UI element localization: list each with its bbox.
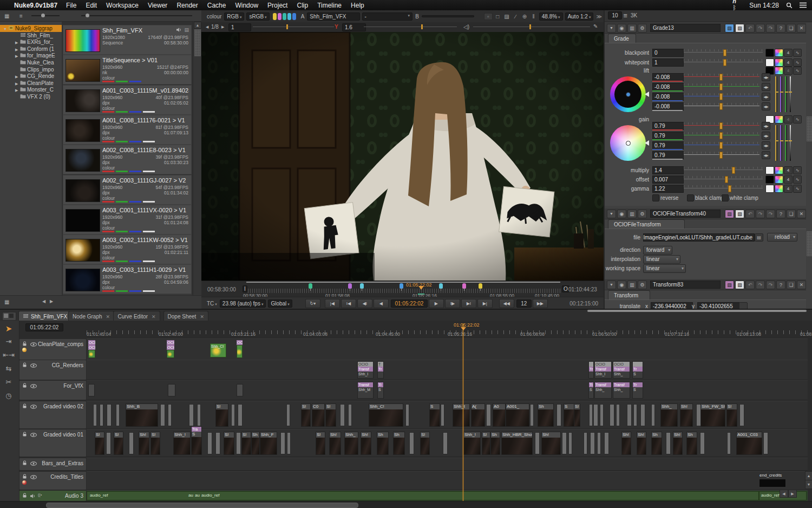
whitepoint-curve-icon[interactable]: ∿: [793, 58, 802, 67]
timeline-scroll-down-icon[interactable]: ▼: [805, 480, 812, 489]
transform-maximize-b-icon[interactable]: ▨: [735, 281, 744, 289]
properties-count-input[interactable]: 10: [608, 11, 622, 19]
timeline-clip-sliver[interactable]: [116, 404, 120, 426]
notification-center-icon[interactable]: [800, 2, 807, 8]
bin-clip-7[interactable]: A003_C002_1111KW-0052 > V11920x960dpxcol…: [63, 235, 192, 264]
transform-tab[interactable]: Transform: [608, 290, 650, 300]
timeline-shot-clip[interactable]: Shh_!: [463, 432, 481, 455]
timeline-clip-sliver[interactable]: [129, 432, 134, 454]
checkerboard-icon[interactable]: ▨: [503, 14, 511, 19]
timeline-ruler[interactable]: [87, 330, 808, 334]
timeline-clip-sliver[interactable]: [409, 432, 414, 454]
comp-clip-body[interactable]: [88, 350, 95, 358]
timeline-comp-clip[interactable]: Shh_Cl: [210, 343, 226, 357]
grade-help-icon[interactable]: ?: [776, 24, 785, 32]
transform-redo-icon[interactable]: ↷: [756, 281, 765, 289]
bin-scrollbar[interactable]: ▲: [193, 22, 201, 295]
more-tools-icon[interactable]: ≫: [595, 14, 603, 19]
comp-clip-body[interactable]: [167, 350, 174, 358]
multiply-input[interactable]: 1.4: [652, 166, 684, 174]
timeline-shot-clip[interactable]: Sh!: [680, 403, 693, 427]
prev-frame-button[interactable]: ◀I: [357, 299, 372, 308]
gamma-four-button[interactable]: 4: [784, 185, 793, 193]
timeline-shot-clip[interactable]: TraS: [191, 426, 202, 455]
timeline-clip-sliver[interactable]: [700, 432, 705, 454]
ocio-file-input[interactable]: srvin/for_ImageEngine/LookLUT/Shhh_grade…: [643, 233, 755, 242]
timeline-clip-sliver[interactable]: [590, 432, 595, 454]
play-forward-button[interactable]: ▶: [429, 299, 444, 308]
tree-expander-icon[interactable]: ▼: [3, 25, 8, 32]
track-header-cleanplate-comps[interactable]: CleanPlate_comps: [19, 338, 87, 360]
timeline-fx-clip[interactable]: TransfShh_M: [357, 382, 374, 399]
play-backward-button[interactable]: ◀: [374, 299, 389, 308]
timeline-clip-sliver[interactable]: [600, 404, 604, 426]
shot-marker-5[interactable]: [462, 283, 466, 289]
timeline-clip-sliver[interactable]: [584, 432, 587, 454]
menu-help[interactable]: Help: [351, 2, 364, 9]
goto-end-button[interactable]: ▶|: [477, 299, 493, 308]
grade-node-icon[interactable]: ▥: [627, 24, 637, 32]
shot-marker-6[interactable]: [479, 283, 482, 289]
timeline-clip-sliver[interactable]: [441, 404, 444, 426]
lift-value-3[interactable]: -0.008: [652, 102, 684, 110]
track-lock-icon[interactable]: [22, 383, 27, 389]
grade-collapse-icon[interactable]: ▼: [607, 24, 616, 32]
timeline-clip-sliver[interactable]: [93, 404, 97, 426]
check-white-clamp[interactable]: [722, 194, 729, 201]
blackpoint-swatch[interactable]: [765, 49, 774, 57]
app-menu-title[interactable]: Nuke9.0v1b87: [14, 2, 57, 9]
wipe-tool-icon[interactable]: ∕: [512, 14, 520, 19]
gain-slider-2[interactable]: [684, 142, 759, 148]
soft-effects-tool[interactable]: ◷: [2, 392, 15, 402]
whitepoint-wheel-icon[interactable]: [775, 58, 783, 67]
comp-clip-body[interactable]: [237, 345, 243, 358]
track-lock-icon[interactable]: [22, 341, 27, 348]
next-edit-button[interactable]: ▶I: [461, 299, 476, 308]
scrub-playhead-marker[interactable]: [418, 286, 424, 290]
roi-icon[interactable]: ⊕: [521, 14, 529, 19]
timeline-shot-clip[interactable]: Shh_HBR_Sho!: [501, 432, 533, 455]
menubar-clock[interactable]: Sun 14:28: [749, 2, 779, 9]
timeline-clip-sliver[interactable]: [666, 432, 671, 454]
whitepoint-slider-handle[interactable]: [723, 59, 726, 66]
lift-slider-3[interactable]: [684, 103, 759, 109]
timeline-shot-clip[interactable]: Shh_FW_Sh: [700, 403, 725, 427]
timeline-shot-clip[interactable]: Shh_t: [453, 403, 470, 427]
track-header-graded-video-02[interactable]: Graded video 02: [19, 401, 87, 429]
bin-prev-icon[interactable]: ◀: [42, 299, 45, 304]
offset-curve-icon[interactable]: ∿: [793, 175, 802, 184]
goto-start-button[interactable]: |◀: [325, 299, 340, 308]
transform-center-icon[interactable]: ◉: [617, 281, 626, 289]
grade-wrench-icon[interactable]: ⚙: [638, 24, 647, 32]
bin-tree-item-cg-rende[interactable]: ▶CG_Rende: [0, 73, 62, 80]
timeline-clip-sliver[interactable]: [215, 432, 220, 454]
ocio-collapse-icon[interactable]: ▼: [607, 210, 616, 218]
timeline-clip-sliver[interactable]: [280, 432, 285, 454]
gamma-input[interactable]: 1.22: [652, 185, 684, 193]
viewer-image[interactable]: [201, 32, 604, 281]
timeline-clip-sliver[interactable]: [616, 404, 620, 426]
timeline-shot-clip[interactable]: S!: [726, 403, 737, 427]
track-header-audio-3[interactable]: ((•Audio 3: [19, 490, 87, 501]
timeline-shot-clip[interactable]: Shh_B: [126, 403, 158, 427]
track-sync-icon[interactable]: ((•: [38, 493, 42, 497]
timeline-shot-clip[interactable]: Sh: [393, 432, 405, 455]
timeline-shot-clip[interactable]: S!: [95, 432, 104, 455]
ocio-maximize-b-icon[interactable]: ▨: [735, 210, 744, 218]
shot-marker-1[interactable]: [348, 283, 352, 289]
gain-curve-icon[interactable]: ∿: [793, 115, 802, 123]
bin-next-icon[interactable]: ▶: [50, 299, 53, 304]
track-header-credits-titles[interactable]: Credits_Titles: [19, 471, 87, 490]
timeline-scroll-right-icon[interactable]: ▶: [788, 490, 797, 498]
gain-step-3[interactable]: ◀▶: [762, 151, 770, 159]
tree-expander-icon[interactable]: ▶: [15, 46, 20, 53]
viewer-lut-select[interactable]: sRGB▾: [246, 12, 269, 21]
gain-wheel-dot[interactable]: [626, 141, 631, 146]
timeline-playhead-head[interactable]: [461, 327, 466, 330]
bin-tree-item-nuke-clea[interactable]: Nuke_Clea: [0, 59, 62, 66]
timeline-fx-clip[interactable]: TiS: [377, 382, 384, 399]
gamma-swatch[interactable]: [765, 185, 774, 193]
ocio-redo-icon[interactable]: ↷: [756, 210, 765, 218]
lift-wheel-dot[interactable]: [626, 92, 631, 97]
timeline-fx-clip[interactable]: TiS: [588, 382, 594, 399]
